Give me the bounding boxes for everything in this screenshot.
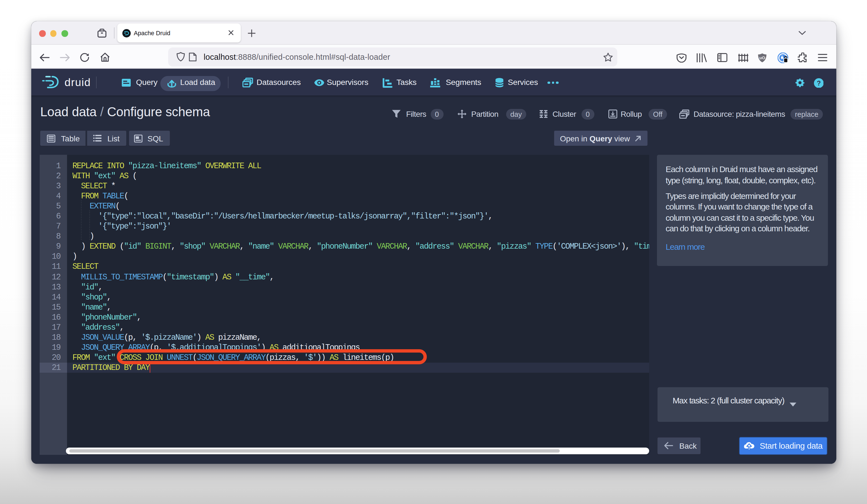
svg-text:?: ? xyxy=(816,79,820,87)
svg-text:uO: uO xyxy=(759,55,765,60)
